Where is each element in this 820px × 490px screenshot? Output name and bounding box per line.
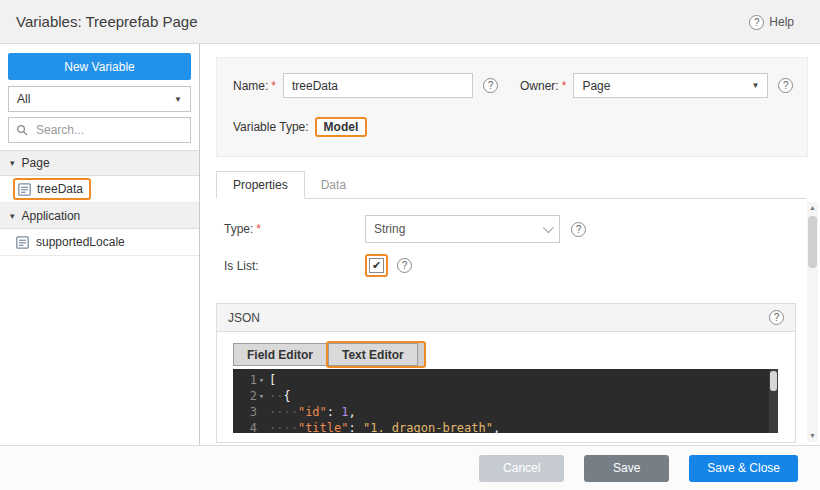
help-link[interactable]: ? Help: [749, 0, 794, 44]
footer-bar: Cancel Save Save & Close: [0, 445, 820, 490]
tab-label: Data: [321, 178, 346, 192]
required-asterisk: *: [562, 79, 567, 93]
owner-selected-value: Page: [582, 79, 610, 93]
gutter: 2 ▾: [233, 388, 269, 404]
highlight-box: Text Editor: [326, 341, 426, 368]
name-label: Name:: [233, 79, 268, 93]
new-variable-button[interactable]: New Variable: [8, 53, 191, 80]
tree-group-application[interactable]: ▾ Application: [0, 203, 199, 229]
json-panel: JSON ? Field Editor Text Editor 1 ▾ [: [216, 303, 796, 443]
line-number: 1: [250, 372, 257, 388]
cancel-button[interactable]: Cancel: [479, 455, 564, 482]
is-list-checkbox[interactable]: ✔: [369, 258, 384, 273]
highlight-box: Model: [315, 117, 368, 137]
tree-group-label: Page: [22, 156, 50, 170]
is-list-help-icon[interactable]: ?: [397, 258, 412, 273]
scroll-up-icon[interactable]: ▲: [807, 202, 818, 214]
caret-down-icon: ▼: [174, 95, 182, 104]
owner-select[interactable]: Page ▼: [573, 73, 768, 98]
collapse-icon[interactable]: ▾: [10, 211, 15, 221]
tabs: Properties Data: [216, 171, 806, 199]
type-label: Type:: [224, 222, 253, 236]
type-label-wrap: Type: *: [224, 222, 365, 236]
code-token: "1. dragon-breath": [363, 420, 493, 433]
code-token: {: [283, 388, 290, 404]
tab-data[interactable]: Data: [305, 171, 362, 198]
sidebar: New Variable All ▼ ▾ Page treeData: [0, 44, 200, 445]
content-scrollbar[interactable]: ▲ ▼: [807, 202, 818, 442]
code-token: "title": [298, 420, 349, 433]
fold-icon[interactable]: ▾: [257, 388, 266, 404]
name-input[interactable]: [283, 73, 473, 98]
is-list-row: Is List: ✔ ?: [224, 254, 412, 277]
tree-item-supportedlocale[interactable]: supportedLocale: [0, 229, 199, 256]
check-icon: ✔: [372, 259, 381, 272]
tree-item-label: treeData: [37, 182, 83, 196]
code-token: :: [348, 420, 362, 433]
save-and-close-button[interactable]: Save & Close: [689, 455, 798, 482]
is-list-label-wrap: Is List:: [224, 259, 365, 273]
code-line: 3 ····"id": 1,: [233, 404, 778, 420]
collapse-icon[interactable]: ▾: [10, 158, 15, 168]
variable-icon: [18, 183, 31, 196]
json-header: JSON ?: [217, 304, 795, 332]
code-token: ····: [269, 404, 298, 420]
tree-group-page[interactable]: ▾ Page: [0, 150, 199, 176]
json-title: JSON: [228, 311, 260, 325]
gutter: 4: [233, 420, 269, 433]
name-help-icon[interactable]: ?: [483, 78, 498, 93]
required-asterisk: *: [256, 222, 261, 236]
variable-type-label: Variable Type:: [233, 120, 309, 134]
code-token: "id": [298, 404, 327, 420]
gutter: 1 ▾: [233, 372, 269, 388]
variable-form: Name: * ? Owner: * Page ▼ ? Variable Typ…: [216, 57, 808, 157]
owner-help-icon[interactable]: ?: [778, 78, 793, 93]
variable-icon: [16, 236, 29, 249]
tab-properties[interactable]: Properties: [216, 171, 305, 199]
variable-type-value: Model: [324, 120, 359, 134]
is-list-label: Is List:: [224, 259, 259, 273]
highlight-box: treeData: [13, 178, 91, 200]
save-button[interactable]: Save: [584, 455, 669, 482]
type-help-icon[interactable]: ?: [571, 222, 586, 237]
field-editor-button[interactable]: Field Editor: [233, 343, 326, 366]
code-token: ,: [349, 404, 356, 420]
scroll-down-icon[interactable]: ▼: [807, 430, 818, 442]
highlight-box: ✔: [365, 254, 388, 277]
editor-mode-bar: Field Editor Text Editor: [233, 341, 426, 368]
code-token: ··: [269, 388, 283, 404]
top-bar: Variables: Treeprefab Page ? Help: [0, 0, 820, 44]
type-selected-value: String: [374, 222, 405, 236]
help-label: Help: [769, 15, 794, 29]
main-panel: Name: * ? Owner: * Page ▼ ? Variable Typ…: [200, 44, 820, 445]
form-row-variable-type: Variable Type: Model: [233, 117, 367, 137]
search-box[interactable]: [8, 117, 191, 143]
tab-label: Properties: [233, 178, 288, 192]
code-editor[interactable]: 1 ▾ [ 2 ▾ ··{ 3 ··: [233, 369, 778, 433]
scroll-thumb[interactable]: [808, 216, 817, 268]
search-icon: [16, 124, 28, 136]
search-input[interactable]: [34, 122, 183, 138]
editor-scroll-thumb[interactable]: [770, 371, 777, 391]
code-token: [: [269, 372, 276, 388]
json-help-icon[interactable]: ?: [769, 310, 784, 325]
variable-filter-select[interactable]: All ▼: [8, 86, 191, 112]
editor-scrollbar[interactable]: [769, 369, 778, 433]
text-editor-button[interactable]: Text Editor: [328, 343, 418, 366]
filter-selected-value: All: [17, 92, 30, 106]
form-row-name-owner: Name: * ? Owner: * Page ▼ ?: [233, 73, 793, 98]
tree-item-treedata[interactable]: treeData: [0, 176, 199, 203]
code-line: 2 ▾ ··{: [233, 388, 778, 404]
help-icon[interactable]: ?: [749, 15, 764, 30]
line-number: 2: [250, 388, 257, 404]
page-title: Variables: Treeprefab Page: [16, 13, 198, 30]
owner-label: Owner:: [520, 79, 559, 93]
code-token: ····: [269, 420, 298, 433]
line-number: 3: [250, 404, 257, 420]
code-line: 4 ····"title": "1. dragon-breath",: [233, 420, 778, 433]
type-select[interactable]: String: [365, 215, 560, 243]
tree-item-label: supportedLocale: [36, 235, 125, 249]
line-number: 4: [250, 420, 257, 433]
chevron-down-icon: [543, 222, 554, 233]
fold-icon[interactable]: ▾: [257, 372, 266, 388]
